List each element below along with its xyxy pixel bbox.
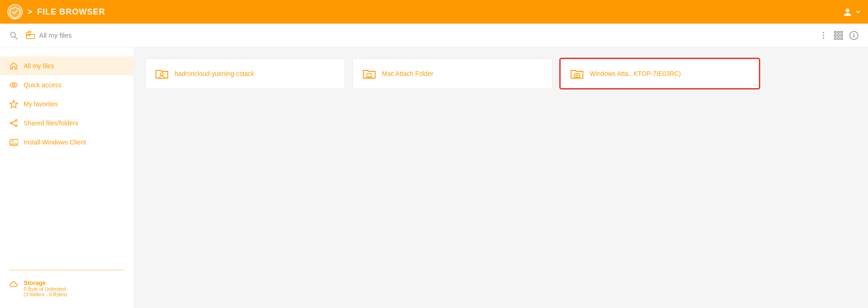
svg-rect-32 — [10, 139, 18, 145]
svg-line-3 — [15, 37, 17, 39]
star-icon — [9, 99, 18, 109]
svg-rect-16 — [838, 35, 839, 36]
svg-point-23 — [853, 33, 854, 34]
app-title: FILE BROWSER — [37, 7, 105, 17]
header-left: > FILE BROWSER — [7, 4, 105, 20]
sidebar-item-label: My favorites — [24, 100, 58, 108]
file-card[interactable]: Mac Attach Folder — [352, 58, 552, 89]
svg-rect-17 — [841, 35, 843, 36]
svg-marker-26 — [10, 100, 18, 108]
svg-point-1 — [846, 9, 849, 12]
breadcrumb: All my files — [25, 30, 72, 40]
svg-point-29 — [15, 125, 17, 127]
cloud-icon — [9, 279, 19, 289]
share-icon — [9, 119, 18, 128]
file-card-selected[interactable]: Windows Atta...KTOP-7IE03RC) — [560, 58, 760, 89]
folder-mac-icon — [362, 66, 376, 81]
svg-point-28 — [10, 122, 12, 124]
svg-point-37 — [161, 73, 163, 75]
svg-rect-4 — [26, 33, 30, 35]
folder-windows-icon — [570, 66, 584, 81]
file-name: Windows Atta...KTOP-7IE03RC) — [590, 70, 681, 77]
sidebar-item-label: Shared files/folders — [24, 119, 78, 127]
svg-point-27 — [15, 119, 17, 121]
svg-line-30 — [12, 121, 15, 123]
shield-logo-icon — [7, 4, 23, 20]
user-icon[interactable] — [843, 7, 853, 17]
svg-point-25 — [13, 84, 15, 86]
sidebar-item-my-favorites[interactable]: My favorites — [0, 94, 134, 114]
svg-rect-18 — [834, 38, 836, 40]
toolbar-left: All my files — [9, 30, 72, 40]
sidebar-item-install-windows-client[interactable]: Install Windows Client — [0, 133, 134, 152]
sidebar-item-shared-files[interactable]: Shared files/folders — [0, 114, 134, 133]
svg-point-11 — [823, 37, 824, 39]
home-icon — [9, 61, 18, 70]
sidebar-storage: Storage 0 Byte of Unlimited (3 folders -… — [0, 274, 134, 303]
file-name: Mac Attach Folder — [382, 70, 433, 77]
content-area: hadroncloud-yuening-cstack Mac Attach Fo… — [134, 47, 868, 308]
files-grid: hadroncloud-yuening-cstack Mac Attach Fo… — [145, 58, 857, 89]
sidebar-item-quick-access[interactable]: Quick access — [0, 75, 134, 94]
main-layout: All my files Quick access My favorites — [0, 47, 868, 308]
svg-point-2 — [10, 32, 15, 37]
info-icon[interactable] — [849, 30, 859, 40]
sidebar-item-label: Install Windows Client — [24, 139, 86, 146]
svg-rect-38 — [367, 74, 371, 77]
more-vertical-icon[interactable] — [819, 31, 828, 40]
svg-rect-14 — [841, 31, 843, 33]
svg-line-31 — [12, 124, 15, 125]
eye-icon — [9, 80, 18, 89]
storage-details: (3 folders - 0 Bytes) — [24, 292, 67, 297]
sidebar-nav: All my files Quick access My favorites — [0, 53, 134, 266]
chevron-down-icon[interactable] — [855, 9, 861, 15]
file-name: hadroncloud-yuening-cstack — [175, 70, 254, 77]
svg-rect-20 — [841, 38, 843, 40]
breadcrumb-label: All my files — [39, 31, 72, 39]
grid-view-icon[interactable] — [833, 30, 843, 40]
svg-rect-13 — [838, 31, 839, 33]
sidebar-item-label: All my files — [24, 62, 54, 70]
svg-rect-12 — [834, 31, 836, 33]
windows-icon — [9, 138, 18, 147]
svg-point-24 — [10, 83, 17, 87]
file-card[interactable]: hadroncloud-yuening-cstack — [145, 58, 345, 89]
storage-label: Storage — [24, 279, 67, 286]
toolbar: All my files — [0, 24, 868, 47]
files-breadcrumb-icon — [25, 30, 35, 40]
storage-usage: 0 Byte of Unlimited — [24, 286, 67, 292]
sidebar-divider — [9, 270, 125, 270]
svg-rect-15 — [834, 35, 836, 36]
sidebar: All my files Quick access My favorites — [0, 47, 134, 308]
app-header: > FILE BROWSER — [0, 0, 868, 24]
svg-point-10 — [823, 35, 824, 36]
toolbar-right[interactable] — [819, 30, 859, 40]
svg-rect-19 — [838, 38, 839, 40]
folder-user-icon — [155, 66, 169, 81]
header-right — [843, 7, 861, 17]
sidebar-item-label: Quick access — [24, 81, 61, 89]
search-icon[interactable] — [9, 31, 18, 40]
sidebar-item-all-my-files[interactable]: All my files — [0, 56, 134, 75]
svg-point-9 — [823, 32, 824, 33]
header-arrow: > — [27, 7, 33, 17]
